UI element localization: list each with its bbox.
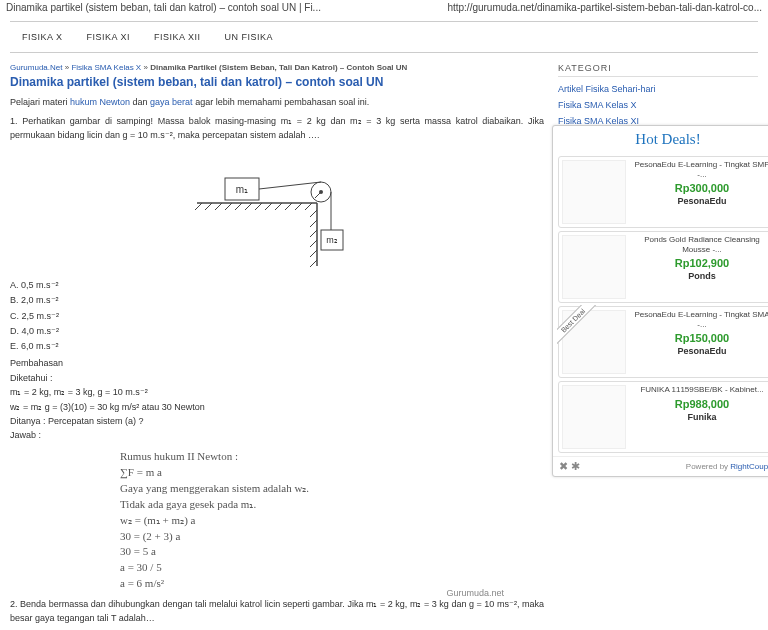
deals-powered: Powered by RightCoupon [686, 462, 768, 471]
tab-fisika-x[interactable]: FISIKA X [10, 28, 75, 46]
tab-un-fisika[interactable]: UN FISIKA [213, 28, 286, 46]
deal-item[interactable]: Ponds Gold Radiance Cleansing Mousse -..… [558, 231, 768, 303]
svg-line-4 [215, 203, 222, 210]
svg-line-10 [275, 203, 282, 210]
nav-tabs: FISIKA XFISIKA XIFISIKA XIIUN FISIKA [10, 21, 758, 53]
main-content: Gurumuda.Net » Fisika SMA Kelas X » Dina… [10, 63, 544, 630]
physics-diagram: m₁ m₂ [187, 148, 367, 268]
deal-price: Rp150,000 [630, 332, 768, 344]
breadcrumb: Gurumuda.Net » Fisika SMA Kelas X » Dina… [10, 63, 544, 72]
svg-line-17 [310, 240, 317, 247]
deal-name: Ponds Gold Radiance Cleansing Mousse -..… [630, 235, 768, 254]
deal-name: FUNIKA 11159SBE/BK - Kabinet... [630, 385, 768, 395]
page-title: Dinamika partikel (sistem beban, tali da… [10, 75, 544, 89]
option: E. 6,0 m.s⁻² [10, 339, 544, 354]
watermark: Gurumuda.net [10, 588, 504, 598]
tab-title: Dinamika partikel (sistem beban, tali da… [6, 2, 321, 13]
hot-deals-widget: Hot Deals! PesonaEdu E-Learning - Tingka… [552, 125, 768, 477]
sidebar: KATEGORI Artikel Fisika Sehari-hariFisik… [558, 63, 758, 630]
svg-line-6 [235, 203, 242, 210]
svg-line-5 [225, 203, 232, 210]
svg-line-19 [310, 260, 317, 267]
link-gaya-berat[interactable]: gaya berat [150, 97, 193, 107]
svg-line-2 [195, 203, 202, 210]
svg-text:m₂: m₂ [326, 235, 338, 245]
url-display: http://gurumuda.net/dinamika-partikel-si… [447, 2, 762, 13]
svg-line-14 [310, 210, 317, 217]
svg-line-9 [265, 203, 272, 210]
deal-brand: PesonaEdu [630, 196, 768, 206]
deal-item[interactable]: Best DealPesonaEdu E-Learning - Tingkat … [558, 306, 768, 378]
svg-text:m₁: m₁ [236, 184, 248, 195]
svg-line-18 [310, 250, 317, 257]
tab-fisika-xii[interactable]: FISIKA XII [142, 28, 213, 46]
option: C. 2,5 m.s⁻² [10, 309, 544, 324]
question-1: 1. Perhatikan gambar di samping! Massa b… [10, 115, 544, 142]
deal-thumb [562, 160, 626, 224]
breadcrumb-current: Dinamika Partikel (Sistem Beban, Tali Da… [150, 63, 407, 72]
intro-text: Pelajari materi hukum Newton dan gaya be… [10, 97, 544, 107]
sidebar-heading: KATEGORI [558, 63, 758, 77]
deal-thumb [562, 385, 626, 449]
deals-title: Hot Deals! [553, 126, 768, 153]
option: A. 0,5 m.s⁻² [10, 278, 544, 293]
question-2: 2. Benda bermassa dan dihubungkan dengan… [10, 598, 544, 625]
deal-brand: Ponds [630, 271, 768, 281]
svg-line-8 [255, 203, 262, 210]
solution: Pembahasan Diketahui : m₁ = 2 kg, m₂ = 3… [10, 356, 544, 442]
deal-price: Rp300,000 [630, 182, 768, 194]
deal-brand: Funika [630, 412, 768, 422]
deal-item[interactable]: PesonaEdu E-Learning - Tingkat SMP -...R… [558, 156, 768, 228]
svg-line-12 [295, 203, 302, 210]
tab-fisika-xi[interactable]: FISIKA XI [75, 28, 143, 46]
svg-line-3 [205, 203, 212, 210]
answer-options: A. 0,5 m.s⁻²B. 2,0 m.s⁻²C. 2,5 m.s⁻²D. 4… [10, 278, 544, 354]
sidebar-item[interactable]: Artikel Fisika Sehari-hari [558, 81, 758, 97]
breadcrumb-home[interactable]: Gurumuda.Net [10, 63, 62, 72]
svg-line-16 [310, 230, 317, 237]
deal-name: PesonaEdu E-Learning - Tingkat SMP -... [630, 160, 768, 179]
option: D. 4,0 m.s⁻² [10, 324, 544, 339]
deals-settings-icon[interactable]: ✖ ✱ [559, 460, 580, 473]
deal-price: Rp988,000 [630, 398, 768, 410]
svg-line-7 [245, 203, 252, 210]
breadcrumb-cat[interactable]: Fisika SMA Kelas X [71, 63, 141, 72]
svg-line-13 [305, 203, 312, 210]
deals-powered-link[interactable]: RightCoupon [730, 462, 768, 471]
deal-thumb [562, 235, 626, 299]
deal-price: Rp102,900 [630, 257, 768, 269]
deal-thumb [562, 310, 626, 374]
deal-item[interactable]: FUNIKA 11159SBE/BK - Kabinet...Rp988,000… [558, 381, 768, 453]
svg-line-11 [285, 203, 292, 210]
deal-name: PesonaEdu E-Learning - Tingkat SMA -... [630, 310, 768, 329]
svg-line-15 [310, 220, 317, 227]
option: B. 2,0 m.s⁻² [10, 293, 544, 308]
deal-brand: PesonaEdu [630, 346, 768, 356]
sidebar-item[interactable]: Fisika SMA Kelas X [558, 97, 758, 113]
link-hukum-newton[interactable]: hukum Newton [70, 97, 130, 107]
formula-block: Rumus hukum II Newton :∑F = m aGaya yang… [120, 449, 544, 592]
